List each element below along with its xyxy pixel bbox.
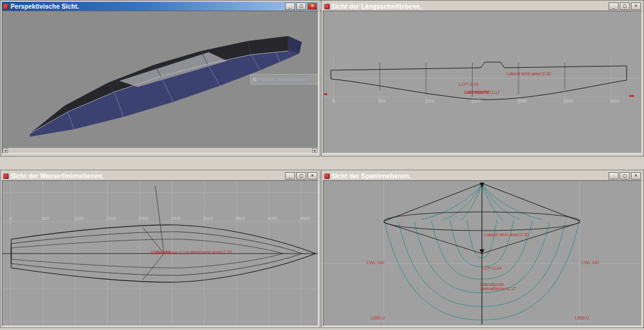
annotation-lcp: LCP=3.04 xyxy=(482,266,501,271)
annotation-lcp: LCP=3.04 xyxy=(459,82,478,87)
profile-drawing xyxy=(324,11,642,153)
red-edge-mark-left xyxy=(324,93,327,95)
annotation-lateral-flaeche: Lateralfläche=1.17 xyxy=(480,286,516,291)
scroll-track[interactable] xyxy=(8,148,312,153)
axis-tick-label: 0 xyxy=(332,99,379,103)
app-boat-icon xyxy=(324,173,330,179)
minimize-button[interactable]: _ xyxy=(285,2,295,10)
restore-button[interactable]: □ xyxy=(620,172,630,180)
minimize-button[interactable]: _ xyxy=(285,172,295,180)
label-cwl-left: CWL 340 xyxy=(366,260,384,265)
sections-drawing xyxy=(324,181,642,326)
ghost-tooltip-text: Fenster ausschneiden xyxy=(258,76,307,82)
horizontal-scrollbar[interactable]: ◄ ► xyxy=(2,147,318,153)
minimize-button[interactable]: _ xyxy=(609,172,619,180)
diagonal-lines xyxy=(143,186,164,280)
scroll-left-arrow[interactable]: ◄ xyxy=(2,148,8,153)
label-waterline-left: L856 U xyxy=(371,316,385,321)
axis-tick-label: 2000 xyxy=(517,99,564,103)
titlebar-perspective[interactable]: Perspektivische Sicht. _ □ × xyxy=(2,2,319,11)
arrow-mid xyxy=(479,249,484,254)
red-edge-mark-right xyxy=(629,95,634,97)
axis-tick-label: 2500 xyxy=(171,216,203,221)
app-boat-icon xyxy=(3,173,9,179)
label-cwl-right: CWL 340 xyxy=(581,260,599,265)
annotation-lateral-flaeche: Lateralfläche=1.17 xyxy=(152,250,188,255)
titlebar-profile[interactable]: Sicht der Längsschnittebene. _ □ × xyxy=(323,2,642,11)
scroll-right-arrow[interactable]: ► xyxy=(312,148,318,153)
axis-tick-label: 3500 xyxy=(235,216,268,221)
close-button[interactable]: × xyxy=(307,2,317,10)
window-sections: Sicht der Spantenebenen. _ □ × xyxy=(321,170,644,328)
titlebar-waterlines[interactable]: Sicht der Wasserlinienebenen. _ □ × xyxy=(2,172,319,180)
annotation-lateral-flaeche: Lateralfläche=1.17 xyxy=(464,90,500,95)
profile-axis-labels: 050010001500200025003000 xyxy=(332,99,642,103)
restore-button[interactable]: □ xyxy=(620,2,630,10)
annotation-wind-area: Lateral wind area=2.30 xyxy=(484,232,528,237)
window-title: Sicht der Längsschnittebene. xyxy=(332,3,607,10)
waterlines-canvas[interactable]: 050010001500200025003000350040004500 LCP… xyxy=(2,180,319,326)
window-profile: Sicht der Längsschnittebene. _ □ × xyxy=(321,0,644,157)
annotation-wind-area: Lateral wind area=2.30 xyxy=(188,250,232,255)
window-title: Perspektivische Sicht. xyxy=(11,3,283,10)
axis-tick-label: 500 xyxy=(379,99,425,103)
restore-button[interactable]: □ xyxy=(296,172,306,180)
axis-tick-label: 3000 xyxy=(203,216,235,221)
axis-tick-label: 1500 xyxy=(106,216,138,221)
waterlines-axis-labels: 050010001500200025003000350040004500 xyxy=(9,216,319,221)
close-button[interactable]: × xyxy=(307,172,317,180)
axis-tick-label: 4000 xyxy=(268,216,300,221)
label-waterline-right: L856 U xyxy=(575,316,589,321)
window-waterlines: Sicht der Wasserlinienebenen. _ □ × xyxy=(0,170,320,328)
minimize-button[interactable]: _ xyxy=(609,2,619,10)
scissors-icon xyxy=(253,78,256,81)
window-title: Sicht der Wasserlinienebenen. xyxy=(11,173,283,180)
axis-tick-label: 0 xyxy=(9,216,42,221)
titlebar-sections[interactable]: Sicht der Spantenebenen. _ □ × xyxy=(323,172,642,180)
close-button[interactable]: × xyxy=(631,172,641,180)
axis-tick-label: 2500 xyxy=(564,99,610,103)
sections-canvas[interactable]: Lateral wind area=2.30 LCP=3.04 Lateralp… xyxy=(323,180,642,326)
axis-tick-label: 1000 xyxy=(74,216,106,221)
axis-tick-label: 500 xyxy=(42,216,74,221)
annotation-wind-area: Lateral wind area=2.30 xyxy=(507,71,551,76)
hull-stern-face xyxy=(288,36,302,53)
axis-tick-label: 1000 xyxy=(425,99,471,103)
ghost-tooltip: Fenster ausschneiden xyxy=(250,74,319,85)
perspective-canvas[interactable]: Fenster ausschneiden ◄ ► xyxy=(2,11,319,154)
axis-tick-label: 1500 xyxy=(471,99,518,103)
close-button[interactable]: × xyxy=(631,2,641,10)
app-boat-icon xyxy=(324,4,330,9)
restore-button[interactable]: □ xyxy=(296,2,306,10)
axis-tick-label: 3000 xyxy=(610,99,642,103)
profile-canvas[interactable]: 050010001500200025003000 Lateral wind ar… xyxy=(323,11,642,154)
window-title: Sicht der Spantenebenen. xyxy=(332,173,607,180)
axis-tick-label: 2000 xyxy=(138,216,171,221)
window-perspective: Perspektivische Sicht. _ □ × xyxy=(0,0,320,157)
axis-tick-label: 4500 xyxy=(300,216,319,221)
app-boat-icon xyxy=(3,4,9,9)
